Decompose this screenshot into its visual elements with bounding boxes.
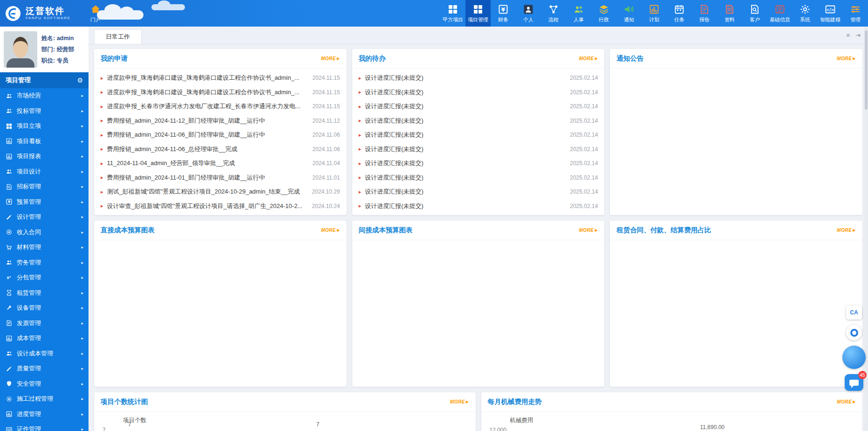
bullet-icon: ▸ — [101, 75, 103, 81]
list-item[interactable]: ▸设计进度汇报(未提交)2025.02.14 — [359, 142, 598, 157]
list-item[interactable]: ▸设计进度汇报(未提交)2025.02.14 — [359, 171, 598, 185]
ca-widget-button[interactable]: CA — [846, 306, 862, 320]
sidebar-item-0[interactable]: 市场经营▸ — [0, 88, 89, 104]
topnav-item-9[interactable]: 任务 — [667, 0, 692, 27]
chat-button[interactable]: 45 — [845, 374, 863, 391]
more-link[interactable]: MORE▶ — [450, 399, 469, 404]
sidebar-item-16[interactable]: 成本管理▸ — [0, 331, 89, 346]
sidebar-item-19[interactable]: 安全管理▸ — [0, 376, 89, 392]
list-item-text: 设计审查_彭祖新城“四馆”景观工程设计项目_请选择_胡广生_2024-10-2.… — [107, 202, 308, 210]
more-link[interactable]: MORE▶ — [579, 56, 598, 61]
more-link[interactable]: MORE▶ — [579, 228, 598, 233]
list-item[interactable]: ▸设计进度汇报(未提交)2025.02.14 — [359, 99, 598, 114]
list-item[interactable]: ▸设计进度汇报(未提交)2025.02.14 — [359, 199, 598, 214]
sidebar-item-15[interactable]: 发票管理▸ — [0, 316, 89, 331]
topnav-item-15[interactable]: </>智能建模 — [818, 0, 843, 27]
sidebar-item-21[interactable]: 进度管理▸ — [0, 407, 89, 422]
assistant-button[interactable] — [846, 325, 862, 341]
sidebar-item-13[interactable]: 租赁管理▸ — [0, 285, 89, 301]
topnav-item-10[interactable]: 报告 — [692, 0, 717, 27]
sidebar-item-label: 质量管理 — [17, 364, 41, 373]
sidebar-item-6[interactable]: 招标管理▸ — [0, 179, 89, 195]
topnav-item-12[interactable]: 客户 — [742, 0, 767, 27]
pencil-icon — [5, 365, 13, 372]
topnav-label: 系统 — [800, 16, 810, 23]
fanpu-logo: 泛普软件 FANPU SOFTWARE — [0, 0, 83, 27]
list-item[interactable]: ▸设计进度汇报(未提交)2025.02.14 — [359, 85, 598, 100]
list-item[interactable]: ▸进度款申报_长春市伊通河水力发电厂改建工程_长春市伊通河水力发电...2024… — [101, 99, 340, 114]
help-sphere-button[interactable] — [842, 346, 866, 369]
sidebar-item-3[interactable]: 项目看板▸ — [0, 134, 89, 149]
logo-title: 泛普软件 — [26, 7, 70, 16]
topnav-item-3[interactable]: 个人 — [516, 0, 541, 27]
collapse-icon[interactable]: ⇥ — [855, 32, 861, 39]
list-item[interactable]: ▸设计进度汇报(未提交)2025.02.14 — [359, 128, 598, 142]
sidebar-item-8[interactable]: 设计管理▸ — [0, 209, 89, 225]
topnav-label: 项目管理 — [468, 16, 488, 23]
sidebar-module-header[interactable]: 项目管理 ⚙ — [0, 72, 89, 88]
topnav-label: 资料 — [724, 16, 735, 23]
topnav-item-8[interactable]: 计划 — [642, 0, 667, 27]
list-item[interactable]: ▸测试_彭祖新城“四馆”景观工程设计项目_2024-10-29_admin_结束… — [101, 185, 340, 199]
panel-machine-cost-chart: 每月机械费用走势 MORE▶ 机械费用 12,000 11,690.00 — [481, 392, 863, 431]
list-item[interactable]: ▸11_2024-11-04_admin_经营部_领导审批__完成2024.11… — [101, 156, 340, 171]
menu-icon[interactable]: ≡ — [847, 32, 850, 39]
list-item[interactable]: ▸设计进度汇报(未提交)2025.02.14 — [359, 71, 598, 85]
topnav-item-1[interactable]: 项目管理 — [465, 0, 491, 27]
topnav-item-11[interactable]: 资料 — [717, 0, 742, 27]
topnav-item-0[interactable]: 甲方项目 — [440, 0, 465, 27]
gear-icon[interactable]: ⚙ — [77, 76, 83, 84]
topnav-item-14[interactable]: 系统 — [793, 0, 818, 27]
list-item[interactable]: ▸设计审查_彭祖新城“四馆”景观工程设计项目_请选择_胡广生_2024-10-2… — [101, 199, 340, 214]
chevron-right-icon: ▸ — [81, 109, 83, 113]
topnav-item-13[interactable]: 基础信息 — [767, 0, 793, 27]
panel-lease-ratio-chart: 租赁合同、付款、结算费用占比 MORE▶ — [610, 221, 862, 387]
sidebar-item-2[interactable]: 项目立项▸ — [0, 118, 89, 134]
topnav-item-5[interactable]: 人事 — [566, 0, 591, 27]
topnav-item-4[interactable]: 流程 — [541, 0, 566, 27]
more-link[interactable]: MORE▶ — [321, 56, 340, 61]
tab-daily-work[interactable]: 日常工作 — [94, 29, 142, 44]
sidebar-item-label: 设计管理 — [17, 213, 41, 221]
sidebar-item-7[interactable]: ¥预算管理▸ — [0, 195, 89, 210]
sidebar-item-12[interactable]: x²分包管理▸ — [0, 270, 89, 285]
list-item[interactable]: ▸费用报销_admin_2024-11-12_部门经理审批_胡建__运行中202… — [101, 114, 340, 128]
list-item-text: 设计进度汇报(未提交) — [365, 145, 566, 153]
more-arrow-icon: ▶ — [853, 228, 856, 232]
more-link[interactable]: MORE▶ — [321, 228, 340, 233]
sidebar-item-14[interactable]: 设备管理▸ — [0, 300, 89, 316]
scrollbar-thumb[interactable] — [865, 30, 868, 110]
list-item[interactable]: ▸费用报销_admin_2024-11-06_总经理审批__完成2024.11.… — [101, 142, 340, 157]
chevron-right-icon: ▸ — [81, 275, 83, 280]
sidebar-item-17[interactable]: 设计成本管理▸ — [0, 346, 89, 361]
topnav-item-6[interactable]: 行政 — [591, 0, 616, 27]
topnav-item-7[interactable]: 通知 — [616, 0, 642, 27]
sidebar-item-5[interactable]: 项目设计▸ — [0, 164, 89, 180]
info-icon — [774, 3, 786, 15]
list-item[interactable]: ▸进度款申报_珠海鹤港口建设_珠海鹤港口建设工程合作协议书_admin_...2… — [101, 85, 340, 100]
sidebar-item-20[interactable]: 施工过程管理▸ — [0, 391, 89, 407]
sidebar-item-4[interactable]: 项目报表▸ — [0, 149, 89, 164]
sidebar-item-9[interactable]: 收入合同▸ — [0, 225, 89, 240]
list-item[interactable]: ▸费用报销_admin_2024-11-06_部门经理审批_胡建__运行中202… — [101, 128, 340, 142]
topnav-item-16[interactable]: 管理 — [843, 0, 868, 27]
list-item-date: 2024.11.12 — [312, 118, 340, 124]
more-link[interactable]: MORE▶ — [837, 399, 856, 404]
more-link[interactable]: MORE▶ — [837, 56, 856, 61]
series-label: 项目个数 — [123, 417, 468, 424]
sidebar-item-1[interactable]: 投标管理▸ — [0, 104, 89, 119]
sidebar-item-22[interactable]: 证件管理▸ — [0, 422, 89, 431]
more-link[interactable]: MORE▶ — [837, 228, 856, 233]
list-item[interactable]: ▸设计进度汇报(未提交)2025.02.14 — [359, 185, 598, 199]
sidebar-item-10[interactable]: 材料管理▸ — [0, 240, 89, 255]
sidebar-item-11[interactable]: 劳务管理▸ — [0, 255, 89, 271]
list-item[interactable]: ▸设计进度汇报(未提交)2025.02.14 — [359, 156, 598, 171]
list-item[interactable]: ▸设计进度汇报(未提交)2025.02.14 — [359, 114, 598, 128]
bar: 7 — [120, 421, 139, 431]
sidebar-item-18[interactable]: 质量管理▸ — [0, 361, 89, 376]
list-item[interactable]: ▸进度款申报_珠海鹤港口建设_珠海鹤港口建设工程合作协议书_admin_...2… — [101, 71, 340, 85]
list-item[interactable]: ▸费用报销_admin_2024-11-01_部门经理审批_胡建__运行中202… — [101, 171, 340, 185]
topnav-item-2[interactable]: ¥财务 — [491, 0, 516, 27]
list-item-date: 2025.02.14 — [570, 75, 598, 81]
tabbar: 日常工作 ≡ ⇥ — [89, 27, 868, 44]
